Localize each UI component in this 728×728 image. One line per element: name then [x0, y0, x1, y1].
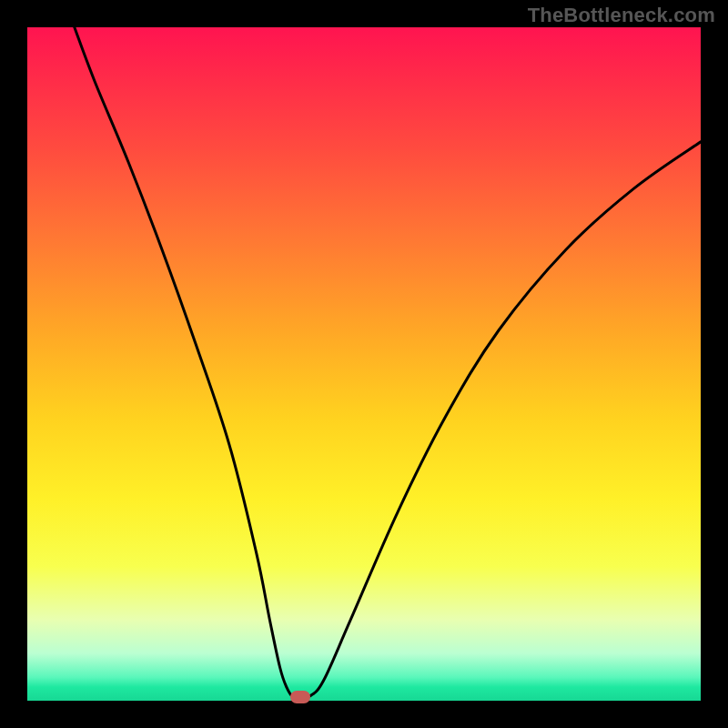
bottleneck-curve: [27, 27, 701, 701]
minimum-marker: [290, 691, 310, 703]
chart-frame: TheBottleneck.com: [0, 0, 728, 728]
plot-area: [27, 27, 701, 701]
watermark-text: TheBottleneck.com: [528, 4, 715, 27]
